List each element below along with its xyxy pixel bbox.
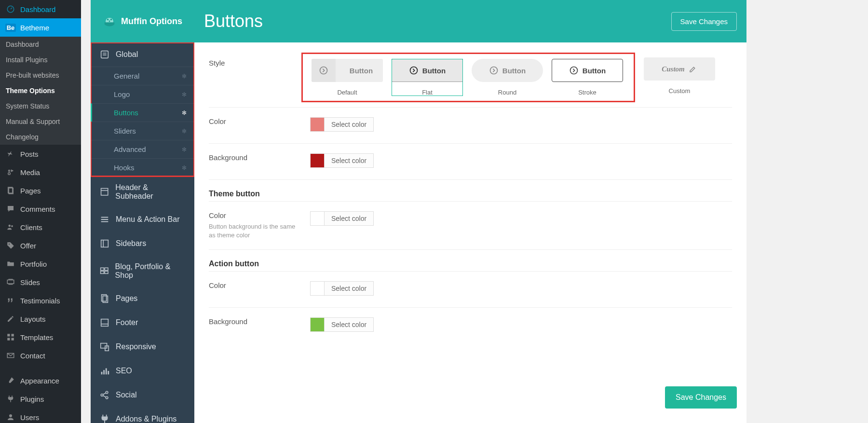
action-button-title: Action button: [209, 250, 732, 272]
footer-icon: [99, 317, 110, 328]
wp-menu-offer[interactable]: Offer: [0, 236, 81, 255]
svg-rect-24: [101, 271, 104, 273]
pencil-icon: [689, 65, 697, 73]
wp-menu-testimonials[interactable]: Testimonials: [0, 291, 81, 310]
background-swatch: [310, 153, 325, 168]
wp-menu-comments[interactable]: Comments: [0, 200, 81, 218]
wp-submenu-system-status[interactable]: System Status: [0, 98, 81, 114]
muffin-subnav-logo[interactable]: Logo✻: [91, 85, 194, 103]
sidebar-icon: [99, 238, 110, 249]
wp-menu-layouts[interactable]: Layouts: [0, 310, 81, 328]
muffin-nav-addons-plugins[interactable]: Addons & Plugins: [91, 407, 194, 423]
muffin-nav-seo[interactable]: SEO: [91, 359, 194, 383]
svg-point-6: [11, 225, 13, 227]
wp-menu-plugins[interactable]: Plugins: [0, 390, 81, 408]
wp-menu-users[interactable]: Users: [0, 408, 81, 423]
select-action-bg-button[interactable]: Select color: [325, 317, 374, 332]
style-option-stroke[interactable]: ButtonStroke: [552, 59, 623, 96]
wp-menu-media[interactable]: Media: [0, 163, 81, 181]
wp-submenu-theme-options[interactable]: Theme Options: [0, 83, 81, 98]
muffin-subnav-hooks[interactable]: Hooks✻: [91, 158, 194, 177]
theme-color-sublabel: Button background is the same as theme c…: [209, 222, 310, 240]
theme-color-swatch: [310, 211, 325, 226]
wp-menu-templates[interactable]: Templates: [0, 328, 81, 346]
theme-color-picker[interactable]: Select color: [310, 211, 374, 226]
svg-point-44: [490, 67, 497, 74]
svg-rect-21: [101, 240, 108, 247]
gear-icon: ✻: [182, 109, 187, 116]
wp-admin-sidebar: DashboardBeBethemeDashboardInstall Plugi…: [0, 0, 81, 423]
muffin-nav-menu-action-bar[interactable]: Menu & Action Bar: [91, 207, 194, 232]
muffin-subnav-sliders[interactable]: Sliders✻: [91, 122, 194, 140]
style-option-default[interactable]: ButtonDefault: [312, 59, 383, 96]
select-background-button[interactable]: Select color: [325, 153, 374, 168]
svg-rect-31: [101, 372, 103, 375]
action-bg-picker[interactable]: Select color: [310, 317, 374, 332]
svg-point-45: [570, 67, 577, 74]
wp-menu-betheme[interactable]: BeBetheme: [0, 18, 81, 37]
select-color-button[interactable]: Select color: [325, 117, 374, 132]
wp-submenu-manual-support[interactable]: Manual & Support: [0, 114, 81, 129]
background-picker[interactable]: Select color: [310, 153, 374, 168]
wp-submenu-pre-built-websites[interactable]: Pre-built websites: [0, 68, 81, 83]
brush-icon: [6, 376, 15, 385]
style-option-custom[interactable]: CustomCustom: [644, 57, 715, 95]
svg-point-14: [9, 414, 12, 417]
comment-icon: [6, 204, 15, 214]
svg-point-43: [410, 67, 417, 74]
style-caption: Flat: [392, 89, 463, 96]
muffin-nav-footer[interactable]: Footer: [91, 311, 194, 335]
wp-menu-posts[interactable]: Posts: [0, 145, 81, 163]
select-theme-color-button[interactable]: Select color: [325, 211, 374, 226]
action-bg-swatch: [310, 317, 325, 332]
muffin-nav-responsive[interactable]: Responsive: [91, 335, 194, 359]
page-title: Buttons: [194, 11, 671, 31]
folder-icon: [6, 259, 15, 269]
muffin-brand-text: Muffin Options: [121, 16, 182, 27]
muffin-nav-blog-portfolio-shop[interactable]: Blog, Portfolio & Shop: [91, 256, 194, 287]
wp-submenu-dashboard[interactable]: Dashboard: [0, 37, 81, 52]
svg-point-16: [107, 19, 109, 21]
style-label: Style: [209, 59, 225, 67]
muffin-nav-pages[interactable]: Pages: [91, 287, 194, 311]
arrow-right-circle-icon: [409, 66, 419, 75]
svg-rect-20: [101, 189, 108, 195]
global-icon: [99, 49, 110, 60]
wp-menu-pages[interactable]: Pages: [0, 181, 81, 200]
muffin-header: Muffin Options Buttons Save Changes: [91, 0, 746, 42]
media-icon: [6, 167, 15, 177]
style-option-flat[interactable]: ButtonFlat: [392, 59, 463, 96]
wp-submenu-install-plugins[interactable]: Install Plugins: [0, 52, 81, 68]
muffin-nav-header-subheader[interactable]: Header & Subheader: [91, 177, 194, 207]
mail-icon: [6, 351, 15, 360]
save-button-bottom[interactable]: Save Changes: [665, 386, 737, 409]
save-button-top[interactable]: Save Changes: [671, 12, 737, 31]
svg-rect-32: [103, 370, 105, 374]
action-color-picker[interactable]: Select color: [310, 281, 374, 296]
muffin-subnav-advanced[interactable]: Advanced✻: [91, 140, 194, 158]
muffin-subnav-buttons[interactable]: Buttons✻: [91, 103, 194, 122]
wp-menu-appearance[interactable]: Appearance: [0, 371, 81, 390]
select-action-color-button[interactable]: Select color: [325, 281, 374, 296]
muffin-subnav-general[interactable]: General✻: [91, 67, 194, 85]
action-color-label: Color: [209, 281, 226, 289]
svg-rect-25: [105, 271, 108, 273]
muffin-nav-social[interactable]: Social: [91, 383, 194, 407]
muffin-nav-sidebars[interactable]: Sidebars: [91, 232, 194, 256]
svg-point-5: [9, 225, 11, 227]
wp-menu-dashboard[interactable]: Dashboard: [0, 0, 81, 18]
wp-menu-portfolio[interactable]: Portfolio: [0, 255, 81, 273]
style-option-round[interactable]: ButtonRound: [472, 59, 543, 96]
wp-menu-contact[interactable]: Contact: [0, 346, 81, 365]
wp-menu-clients[interactable]: Clients: [0, 218, 81, 236]
color-picker[interactable]: Select color: [310, 117, 374, 132]
dashboard-icon: [6, 4, 15, 14]
gear-icon: ✻: [182, 146, 187, 153]
theme-color-label: Color: [209, 211, 226, 219]
background-label: Background: [209, 153, 247, 162]
wp-menu-slides[interactable]: Slides: [0, 273, 81, 291]
svg-rect-33: [106, 368, 107, 375]
muffin-nav-global[interactable]: Global: [91, 42, 194, 67]
wp-submenu-changelog[interactable]: Changelog: [0, 129, 81, 145]
action-bg-label: Background: [209, 317, 247, 326]
